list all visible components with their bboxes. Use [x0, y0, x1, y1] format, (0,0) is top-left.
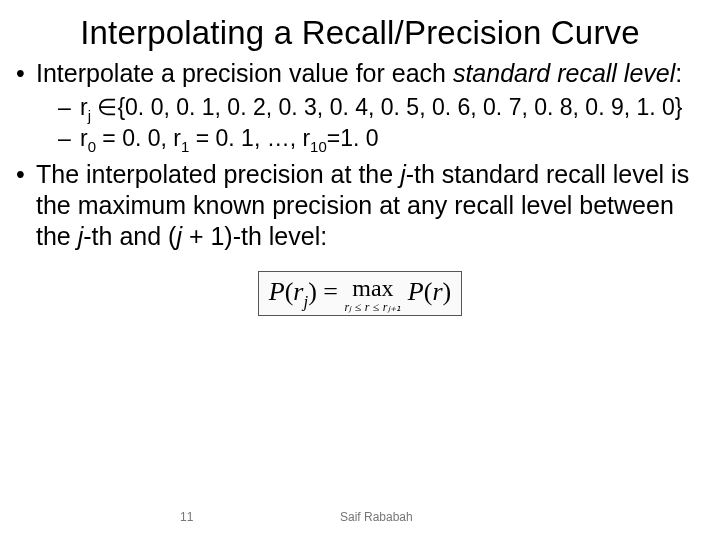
paren: ): [443, 277, 452, 306]
sym-P: P: [401, 277, 423, 306]
sym-r: r: [432, 277, 442, 306]
bullet-1: Interpolate a precision value for each s…: [14, 58, 706, 153]
text: ∈{0. 0, 0. 1, 0. 2, 0. 3, 0. 4, 0. 5, 0.…: [91, 94, 683, 120]
text: = 0. 0, r: [96, 125, 181, 151]
text: = 0. 1, …, r: [189, 125, 310, 151]
text: r: [80, 94, 88, 120]
slide: Interpolating a Recall/Precision Curve I…: [0, 0, 720, 540]
text: The interpolated precision at the: [36, 160, 400, 188]
sub-bullet-2: r0 = 0. 0, r1 = 0. 1, …, r10=1. 0: [36, 124, 706, 153]
sym-P: P: [269, 277, 285, 306]
paren: ): [308, 277, 317, 306]
text: :: [675, 59, 682, 87]
page-number: 11: [180, 510, 193, 524]
bullet-list: Interpolate a precision value for each s…: [14, 58, 706, 253]
sub-list: rj ∈{0. 0, 0. 1, 0. 2, 0. 3, 0. 4, 0. 5,…: [36, 93, 706, 153]
text: Interpolate a precision value for each: [36, 59, 453, 87]
sym-r: r: [293, 277, 303, 306]
subscript: 0: [88, 138, 96, 155]
max-stack: maxrⱼ ≤ r ≤ rⱼ₊₁: [345, 276, 402, 313]
author-name: Saif Rababah: [340, 510, 413, 524]
slide-title: Interpolating a Recall/Precision Curve: [0, 0, 720, 52]
max-cond: rⱼ ≤ r ≤ rⱼ₊₁: [345, 301, 402, 313]
equals: =: [317, 277, 345, 306]
sub-bullet-1: rj ∈{0. 0, 0. 1, 0. 2, 0. 3, 0. 4, 0. 5,…: [36, 93, 706, 122]
subscript: 10: [310, 138, 327, 155]
slide-body: Interpolate a precision value for each s…: [0, 52, 720, 316]
text: -th and (: [83, 222, 176, 250]
bullet-2: The interpolated precision at the j-th s…: [14, 159, 706, 253]
formula-box: P(rj) = maxrⱼ ≤ r ≤ rⱼ₊₁ P(r): [258, 271, 462, 316]
text-em: standard recall level: [453, 59, 675, 87]
max-op: max: [345, 276, 402, 300]
text: + 1)-th level:: [182, 222, 327, 250]
formula-container: P(rj) = maxrⱼ ≤ r ≤ rⱼ₊₁ P(r): [14, 271, 706, 316]
text: r: [80, 125, 88, 151]
text: =1. 0: [327, 125, 379, 151]
